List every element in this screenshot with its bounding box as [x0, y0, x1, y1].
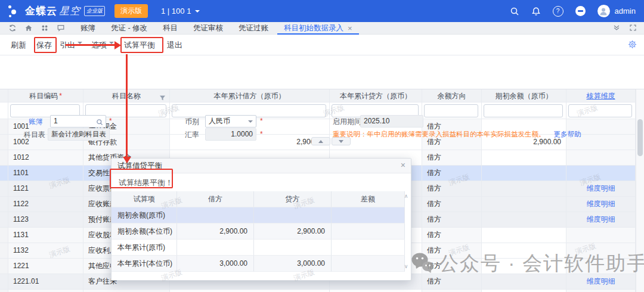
dimension-detail-link[interactable]: 维度明细 — [587, 184, 615, 192]
collapse-up-button[interactable] — [311, 137, 330, 145]
cell-dimension[interactable]: 维度明细 — [566, 274, 636, 290]
header-debit-ytd[interactable]: 本年累计借方（原币） — [170, 89, 330, 102]
cell-direction[interactable]: 借方 — [422, 197, 482, 212]
cell-code[interactable]: 1132 — [8, 243, 83, 259]
apps-grid-icon[interactable] — [41, 24, 49, 32]
dimension-detail-link[interactable]: 维度明细 — [587, 215, 615, 223]
username-label[interactable]: admin — [615, 7, 636, 15]
cell-dimension[interactable] — [566, 228, 636, 243]
row-selector[interactable] — [0, 181, 8, 197]
cell-dimension[interactable]: 维度明细 — [566, 197, 636, 212]
column-filter-input[interactable] — [568, 104, 632, 117]
scrollbar-thumb[interactable] — [637, 119, 643, 156]
cell-dimension[interactable]: 维度明细 — [566, 181, 636, 197]
row-selector[interactable] — [0, 212, 8, 228]
row-selector[interactable] — [0, 119, 8, 135]
collapse-down-button[interactable] — [332, 137, 351, 145]
collapse-tabs-icon[interactable] — [612, 23, 621, 34]
row-selector[interactable] — [0, 197, 8, 212]
more-help-link[interactable]: 更多帮助 — [554, 130, 581, 139]
cell-code[interactable]: 1221 — [8, 259, 83, 274]
header-dimension-link[interactable]: 核算维度 — [566, 89, 636, 102]
cell-opening-balance[interactable] — [482, 243, 566, 259]
cell-opening-balance[interactable] — [482, 274, 566, 290]
cell-opening-balance[interactable] — [482, 181, 566, 197]
settings-gear-icon[interactable] — [628, 40, 637, 51]
cell-direction[interactable]: 借方 — [422, 212, 482, 228]
header-code[interactable]: 科目编码* — [8, 89, 83, 102]
cell-dimension[interactable] — [566, 290, 636, 292]
dialog-table-row-2[interactable]: 期初余额(本位币)2,900.002,900.00 — [112, 223, 411, 240]
help-icon[interactable]: ? — [553, 6, 564, 17]
cell-code[interactable]: 1221.01 — [8, 274, 83, 290]
exit-button[interactable]: 退出 — [167, 40, 182, 51]
dimension-detail-link[interactable]: 维度明细 — [587, 200, 615, 208]
tab-3[interactable]: 科目 — [155, 22, 185, 35]
row-selector[interactable] — [0, 135, 8, 150]
cell-direction[interactable]: 借方 — [422, 274, 482, 290]
filter-funnel-icon[interactable] — [159, 92, 166, 102]
cell-opening-balance[interactable] — [482, 197, 566, 212]
dimension-detail-link[interactable]: 维度明细 — [587, 277, 615, 285]
tab-2[interactable]: 凭证 - 修改 — [103, 22, 155, 35]
dialog-table-row-3[interactable]: 本年累计(原币) — [112, 240, 411, 256]
cell-code[interactable]: 1012 — [8, 150, 83, 166]
status-dnd-icon[interactable] — [575, 6, 586, 16]
cell-code[interactable]: 1131 — [8, 228, 83, 243]
column-filter-input[interactable] — [484, 104, 563, 117]
tab-1[interactable]: 账簿 — [73, 22, 103, 35]
demo-version-button[interactable]: 演示版 — [114, 4, 148, 18]
cell-code[interactable]: 1122 — [8, 197, 83, 212]
scroll-up-icon[interactable]: ∧ — [403, 193, 409, 199]
cell-opening-balance[interactable] — [482, 166, 566, 181]
row-selector[interactable] — [0, 150, 8, 166]
row-selector[interactable] — [0, 259, 8, 274]
cell-code[interactable] — [8, 290, 83, 292]
cell-opening-balance[interactable] — [482, 259, 566, 274]
cell-credit-ytd[interactable] — [330, 290, 422, 292]
cell-debit-ytd[interactable] — [170, 290, 330, 292]
column-filter-input[interactable] — [424, 104, 478, 117]
cell-direction[interactable]: 借方 — [422, 259, 482, 274]
notification-bell-icon[interactable] — [531, 7, 541, 16]
cell-opening-balance[interactable] — [482, 290, 566, 292]
currency-select[interactable]: 人民币 — [205, 115, 256, 128]
cell-code[interactable]: 1123 — [8, 212, 83, 228]
tab-5[interactable]: 凭证过账 — [231, 22, 276, 35]
cell-opening-balance[interactable] — [482, 228, 566, 243]
home-icon[interactable] — [24, 24, 33, 32]
cell-dimension[interactable]: 维度明细 — [566, 212, 636, 228]
dialog-close-icon[interactable]: × — [401, 159, 405, 172]
row-selector[interactable] — [0, 166, 8, 181]
fullscreen-icon[interactable] — [629, 23, 637, 34]
tab-close-icon[interactable]: × — [348, 24, 352, 32]
header-direction[interactable]: 余额方向 — [422, 89, 482, 102]
cell-dimension[interactable] — [566, 259, 636, 274]
scroll-down-icon[interactable]: ∨ — [403, 263, 409, 269]
cell-direction[interactable]: 借方 — [422, 150, 482, 166]
cell-direction[interactable]: 借方 — [422, 228, 482, 243]
tab-6[interactable]: 科目初始数据录入× — [276, 22, 360, 35]
row-selector[interactable] — [0, 228, 8, 243]
tab-4[interactable]: 凭证审核 — [185, 22, 231, 35]
row-selector[interactable] — [0, 274, 8, 290]
header-opening-balance[interactable]: 期初余额（原币） — [482, 89, 566, 102]
cell-direction[interactable]: 借方 — [422, 243, 482, 259]
dialog-table-row-4[interactable]: 本年累计(本位币)3,000.003,000.00 — [112, 256, 411, 272]
header-credit-ytd[interactable]: 本年累计贷方（原币） — [330, 89, 422, 102]
row-selector[interactable] — [0, 243, 8, 259]
message-icon[interactable] — [57, 24, 65, 32]
vertical-scrollbar[interactable] — [636, 89, 644, 292]
cell-opening-balance[interactable] — [482, 212, 566, 228]
book-label[interactable]: 账簿 — [29, 117, 43, 127]
cell-code[interactable]: 1121 — [8, 181, 83, 197]
cell-direction[interactable]: 借方 — [422, 166, 482, 181]
search-icon[interactable] — [510, 7, 519, 16]
cell-dimension[interactable] — [566, 166, 636, 181]
book-input[interactable]: 1 — [50, 115, 106, 128]
org-switcher[interactable]: 1 | 100 1 — [161, 7, 200, 15]
cell-opening-balance[interactable] — [482, 150, 566, 166]
cell-dimension[interactable] — [566, 150, 636, 166]
cell-name[interactable] — [83, 290, 170, 292]
cell-direction[interactable] — [422, 290, 482, 292]
